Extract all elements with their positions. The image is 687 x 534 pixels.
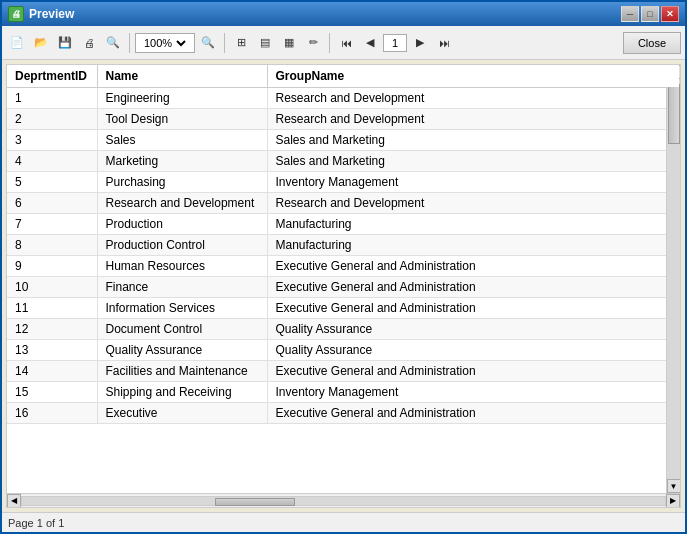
table-row: 5PurchasingInventory Management bbox=[7, 172, 680, 193]
cell-id: 10 bbox=[7, 277, 97, 298]
cell-group: Quality Assurance bbox=[267, 319, 680, 340]
prev-page-button[interactable]: ◀ bbox=[359, 32, 381, 54]
table-row: 13Quality AssuranceQuality Assurance bbox=[7, 340, 680, 361]
table-row: 1EngineeringResearch and Development bbox=[7, 88, 680, 109]
cell-id: 11 bbox=[7, 298, 97, 319]
cell-name: Purchasing bbox=[97, 172, 267, 193]
table-row: 8Production ControlManufacturing bbox=[7, 235, 680, 256]
col-header-id: DeprtmentID bbox=[7, 65, 97, 88]
layout-btn2[interactable]: ▤ bbox=[254, 32, 276, 54]
table-row: 7ProductionManufacturing bbox=[7, 214, 680, 235]
cell-id: 13 bbox=[7, 340, 97, 361]
table-scroll[interactable]: DeprtmentID Name GroupName 1EngineeringR… bbox=[7, 65, 680, 493]
page-status: Page 1 of 1 bbox=[8, 517, 64, 529]
first-page-button[interactable]: ⏮ bbox=[335, 32, 357, 54]
scroll-thumb[interactable] bbox=[668, 84, 680, 144]
content-area: DeprtmentID Name GroupName 1EngineeringR… bbox=[6, 64, 681, 508]
window-close-button[interactable]: ✕ bbox=[661, 6, 679, 22]
next-page-button[interactable]: ▶ bbox=[409, 32, 431, 54]
edit-button[interactable]: ✏ bbox=[302, 32, 324, 54]
table-row: 10FinanceExecutive General and Administr… bbox=[7, 277, 680, 298]
cell-id: 7 bbox=[7, 214, 97, 235]
zoom-control[interactable]: 100% 75% 150% 200% bbox=[135, 33, 195, 53]
scroll-down-arrow[interactable]: ▼ bbox=[667, 479, 681, 493]
cell-name: Sales bbox=[97, 130, 267, 151]
vertical-scrollbar[interactable]: ▲ ▼ bbox=[666, 65, 680, 493]
table-row: 15Shipping and ReceivingInventory Manage… bbox=[7, 382, 680, 403]
table-header-row: DeprtmentID Name GroupName bbox=[7, 65, 680, 88]
table-row: 11Information ServicesExecutive General … bbox=[7, 298, 680, 319]
cell-group: Executive General and Administration bbox=[267, 256, 680, 277]
horizontal-scrollbar-area: ◀ ▶ bbox=[7, 493, 680, 507]
cell-group: Inventory Management bbox=[267, 382, 680, 403]
cell-name: Shipping and Receiving bbox=[97, 382, 267, 403]
separator-1 bbox=[129, 33, 130, 53]
table-row: 12Document ControlQuality Assurance bbox=[7, 319, 680, 340]
close-button[interactable]: Close bbox=[623, 32, 681, 54]
window-icon: 🖨 bbox=[8, 6, 24, 22]
col-header-group: GroupName bbox=[267, 65, 680, 88]
print-button[interactable]: 🖨 bbox=[78, 32, 100, 54]
col-header-name: Name bbox=[97, 65, 267, 88]
cell-group: Inventory Management bbox=[267, 172, 680, 193]
page-number-input[interactable]: 1 bbox=[383, 34, 407, 52]
cell-id: 8 bbox=[7, 235, 97, 256]
table-row: 14Facilities and MaintenanceExecutive Ge… bbox=[7, 361, 680, 382]
table-row: 3SalesSales and Marketing bbox=[7, 130, 680, 151]
title-bar: 🖨 Preview ─ □ ✕ bbox=[2, 2, 685, 26]
table-row: 2Tool DesignResearch and Development bbox=[7, 109, 680, 130]
cell-name: Research and Development bbox=[97, 193, 267, 214]
cell-group: Executive General and Administration bbox=[267, 403, 680, 424]
table-row: 16ExecutiveExecutive General and Adminis… bbox=[7, 403, 680, 424]
cell-group: Manufacturing bbox=[267, 214, 680, 235]
scroll-right-arrow[interactable]: ▶ bbox=[666, 494, 680, 508]
data-table: DeprtmentID Name GroupName 1EngineeringR… bbox=[7, 65, 680, 424]
table-body: 1EngineeringResearch and Development2Too… bbox=[7, 88, 680, 424]
cell-group: Executive General and Administration bbox=[267, 361, 680, 382]
table-row: 4MarketingSales and Marketing bbox=[7, 151, 680, 172]
cell-name: Engineering bbox=[97, 88, 267, 109]
cell-name: Production bbox=[97, 214, 267, 235]
h-scroll-track[interactable] bbox=[21, 496, 666, 506]
save-button[interactable]: 💾 bbox=[54, 32, 76, 54]
cell-group: Research and Development bbox=[267, 109, 680, 130]
h-scroll-thumb[interactable] bbox=[215, 498, 295, 506]
zoom-select[interactable]: 100% 75% 150% 200% bbox=[140, 36, 189, 50]
cell-name: Information Services bbox=[97, 298, 267, 319]
cell-name: Executive bbox=[97, 403, 267, 424]
cell-group: Executive General and Administration bbox=[267, 277, 680, 298]
scroll-left-arrow[interactable]: ◀ bbox=[7, 494, 21, 508]
cell-name: Tool Design bbox=[97, 109, 267, 130]
cell-group: Quality Assurance bbox=[267, 340, 680, 361]
cell-id: 9 bbox=[7, 256, 97, 277]
cell-group: Executive General and Administration bbox=[267, 298, 680, 319]
find-button[interactable]: 🔍 bbox=[102, 32, 124, 54]
cell-name: Facilities and Maintenance bbox=[97, 361, 267, 382]
open-button[interactable]: 📂 bbox=[30, 32, 52, 54]
zoom-in-button[interactable]: 🔍 bbox=[197, 32, 219, 54]
window-controls: ─ □ ✕ bbox=[621, 6, 679, 22]
new-button[interactable]: 📄 bbox=[6, 32, 28, 54]
cell-name: Human Resources bbox=[97, 256, 267, 277]
layout-btn3[interactable]: ▦ bbox=[278, 32, 300, 54]
status-bar: Page 1 of 1 bbox=[2, 512, 685, 532]
cell-id: 15 bbox=[7, 382, 97, 403]
layout-btn1[interactable]: ⊞ bbox=[230, 32, 252, 54]
cell-id: 2 bbox=[7, 109, 97, 130]
cell-id: 12 bbox=[7, 319, 97, 340]
maximize-button[interactable]: □ bbox=[641, 6, 659, 22]
cell-name: Document Control bbox=[97, 319, 267, 340]
cell-group: Research and Development bbox=[267, 88, 680, 109]
cell-group: Manufacturing bbox=[267, 235, 680, 256]
scroll-track[interactable] bbox=[667, 79, 680, 479]
cell-id: 5 bbox=[7, 172, 97, 193]
last-page-button[interactable]: ⏭ bbox=[433, 32, 455, 54]
cell-id: 1 bbox=[7, 88, 97, 109]
cell-group: Research and Development bbox=[267, 193, 680, 214]
cell-name: Marketing bbox=[97, 151, 267, 172]
minimize-button[interactable]: ─ bbox=[621, 6, 639, 22]
cell-name: Quality Assurance bbox=[97, 340, 267, 361]
cell-group: Sales and Marketing bbox=[267, 151, 680, 172]
cell-name: Production Control bbox=[97, 235, 267, 256]
cell-group: Sales and Marketing bbox=[267, 130, 680, 151]
